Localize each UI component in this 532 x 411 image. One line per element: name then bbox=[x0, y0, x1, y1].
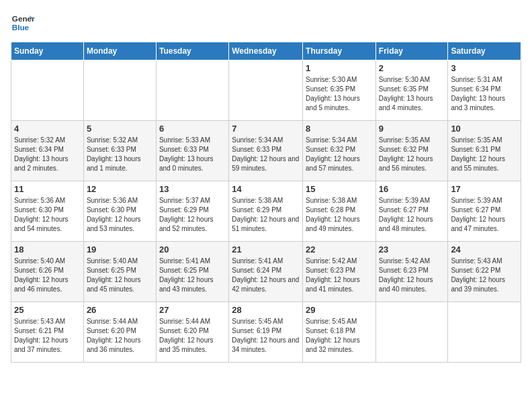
day-number: 14 bbox=[232, 184, 300, 194]
day-number: 7 bbox=[232, 124, 300, 134]
logo-icon: General Blue bbox=[11, 11, 35, 35]
week-row-2: 4Sunrise: 5:32 AM Sunset: 6:34 PM Daylig… bbox=[11, 121, 521, 181]
day-number: 9 bbox=[379, 124, 445, 134]
day-info: Sunrise: 5:33 AM Sunset: 6:33 PM Dayligh… bbox=[159, 136, 226, 173]
day-number: 28 bbox=[232, 305, 300, 315]
day-header-sunday: Sunday bbox=[11, 42, 84, 60]
svg-text:Blue: Blue bbox=[12, 23, 30, 32]
day-number: 13 bbox=[159, 184, 226, 194]
calendar-cell: 4Sunrise: 5:32 AM Sunset: 6:34 PM Daylig… bbox=[11, 121, 84, 181]
day-number: 15 bbox=[306, 184, 373, 194]
day-number: 25 bbox=[14, 305, 81, 315]
day-info: Sunrise: 5:41 AM Sunset: 6:25 PM Dayligh… bbox=[159, 257, 226, 294]
calendar-cell: 6Sunrise: 5:33 AM Sunset: 6:33 PM Daylig… bbox=[156, 121, 228, 181]
calendar-cell: 16Sunrise: 5:39 AM Sunset: 6:27 PM Dayli… bbox=[375, 181, 448, 242]
day-info: Sunrise: 5:32 AM Sunset: 6:33 PM Dayligh… bbox=[87, 136, 153, 173]
day-info: Sunrise: 5:43 AM Sunset: 6:22 PM Dayligh… bbox=[451, 257, 518, 294]
day-number: 4 bbox=[14, 124, 81, 134]
calendar-cell: 15Sunrise: 5:38 AM Sunset: 6:28 PM Dayli… bbox=[303, 181, 376, 242]
day-info: Sunrise: 5:31 AM Sunset: 6:34 PM Dayligh… bbox=[451, 75, 518, 113]
day-info: Sunrise: 5:32 AM Sunset: 6:34 PM Dayligh… bbox=[14, 136, 81, 173]
calendar-cell: 14Sunrise: 5:38 AM Sunset: 6:29 PM Dayli… bbox=[229, 181, 303, 242]
day-number: 1 bbox=[306, 63, 373, 73]
day-info: Sunrise: 5:41 AM Sunset: 6:24 PM Dayligh… bbox=[232, 257, 300, 294]
day-info: Sunrise: 5:39 AM Sunset: 6:27 PM Dayligh… bbox=[451, 196, 518, 234]
calendar-cell: 20Sunrise: 5:41 AM Sunset: 6:25 PM Dayli… bbox=[156, 242, 228, 302]
calendar-cell bbox=[448, 302, 521, 363]
week-row-3: 11Sunrise: 5:36 AM Sunset: 6:30 PM Dayli… bbox=[11, 181, 521, 242]
day-info: Sunrise: 5:40 AM Sunset: 6:26 PM Dayligh… bbox=[14, 257, 81, 294]
calendar-cell: 10Sunrise: 5:35 AM Sunset: 6:31 PM Dayli… bbox=[448, 121, 521, 181]
calendar-cell: 22Sunrise: 5:42 AM Sunset: 6:23 PM Dayli… bbox=[303, 242, 376, 302]
day-number: 26 bbox=[87, 305, 153, 315]
calendar-cell: 24Sunrise: 5:43 AM Sunset: 6:22 PM Dayli… bbox=[448, 242, 521, 302]
svg-text:General: General bbox=[12, 14, 35, 23]
logo: General Blue bbox=[11, 11, 38, 35]
day-header-saturday: Saturday bbox=[448, 42, 521, 60]
week-row-5: 25Sunrise: 5:43 AM Sunset: 6:21 PM Dayli… bbox=[11, 302, 521, 363]
calendar-table: SundayMondayTuesdayWednesdayThursdayFrid… bbox=[11, 42, 521, 363]
day-number: 17 bbox=[451, 184, 518, 194]
calendar-cell: 17Sunrise: 5:39 AM Sunset: 6:27 PM Dayli… bbox=[448, 181, 521, 242]
calendar-cell: 3Sunrise: 5:31 AM Sunset: 6:34 PM Daylig… bbox=[448, 60, 521, 121]
day-number: 11 bbox=[14, 184, 81, 194]
calendar-cell: 1Sunrise: 5:30 AM Sunset: 6:35 PM Daylig… bbox=[303, 60, 376, 121]
day-info: Sunrise: 5:37 AM Sunset: 6:29 PM Dayligh… bbox=[159, 196, 226, 234]
day-header-friday: Friday bbox=[375, 42, 448, 60]
day-info: Sunrise: 5:43 AM Sunset: 6:21 PM Dayligh… bbox=[14, 317, 81, 355]
day-header-wednesday: Wednesday bbox=[229, 42, 303, 60]
calendar-cell bbox=[229, 60, 303, 121]
day-info: Sunrise: 5:40 AM Sunset: 6:25 PM Dayligh… bbox=[87, 257, 153, 294]
day-info: Sunrise: 5:30 AM Sunset: 6:35 PM Dayligh… bbox=[306, 75, 373, 113]
day-info: Sunrise: 5:39 AM Sunset: 6:27 PM Dayligh… bbox=[379, 196, 445, 234]
calendar-cell: 2Sunrise: 5:30 AM Sunset: 6:35 PM Daylig… bbox=[375, 60, 448, 121]
day-number: 29 bbox=[306, 305, 373, 315]
calendar-cell: 13Sunrise: 5:37 AM Sunset: 6:29 PM Dayli… bbox=[156, 181, 228, 242]
day-number: 22 bbox=[306, 244, 373, 255]
day-info: Sunrise: 5:42 AM Sunset: 6:23 PM Dayligh… bbox=[379, 257, 445, 294]
calendar-cell: 21Sunrise: 5:41 AM Sunset: 6:24 PM Dayli… bbox=[229, 242, 303, 302]
header-row: SundayMondayTuesdayWednesdayThursdayFrid… bbox=[11, 42, 521, 60]
day-header-tuesday: Tuesday bbox=[156, 42, 228, 60]
day-info: Sunrise: 5:45 AM Sunset: 6:18 PM Dayligh… bbox=[306, 317, 373, 355]
calendar-cell: 5Sunrise: 5:32 AM Sunset: 6:33 PM Daylig… bbox=[83, 121, 156, 181]
calendar-cell bbox=[375, 302, 448, 363]
day-number: 6 bbox=[159, 124, 226, 134]
day-header-monday: Monday bbox=[83, 42, 156, 60]
calendar-cell: 23Sunrise: 5:42 AM Sunset: 6:23 PM Dayli… bbox=[375, 242, 448, 302]
calendar-cell: 28Sunrise: 5:45 AM Sunset: 6:19 PM Dayli… bbox=[229, 302, 303, 363]
calendar-cell: 18Sunrise: 5:40 AM Sunset: 6:26 PM Dayli… bbox=[11, 242, 84, 302]
day-info: Sunrise: 5:44 AM Sunset: 6:20 PM Dayligh… bbox=[87, 317, 153, 355]
day-info: Sunrise: 5:36 AM Sunset: 6:30 PM Dayligh… bbox=[87, 196, 153, 234]
day-number: 12 bbox=[87, 184, 153, 194]
day-number: 5 bbox=[87, 124, 153, 134]
day-number: 23 bbox=[379, 244, 445, 255]
calendar-cell: 27Sunrise: 5:44 AM Sunset: 6:20 PM Dayli… bbox=[156, 302, 228, 363]
day-number: 19 bbox=[87, 244, 153, 255]
calendar-cell: 12Sunrise: 5:36 AM Sunset: 6:30 PM Dayli… bbox=[83, 181, 156, 242]
calendar-cell: 7Sunrise: 5:34 AM Sunset: 6:33 PM Daylig… bbox=[229, 121, 303, 181]
calendar-cell: 19Sunrise: 5:40 AM Sunset: 6:25 PM Dayli… bbox=[83, 242, 156, 302]
day-number: 18 bbox=[14, 244, 81, 255]
day-number: 21 bbox=[232, 244, 300, 255]
week-row-1: 1Sunrise: 5:30 AM Sunset: 6:35 PM Daylig… bbox=[11, 60, 521, 121]
calendar-cell bbox=[11, 60, 84, 121]
day-info: Sunrise: 5:38 AM Sunset: 6:28 PM Dayligh… bbox=[306, 196, 373, 234]
day-number: 8 bbox=[306, 124, 373, 134]
day-number: 2 bbox=[379, 63, 445, 73]
calendar-cell: 9Sunrise: 5:35 AM Sunset: 6:32 PM Daylig… bbox=[375, 121, 448, 181]
day-info: Sunrise: 5:38 AM Sunset: 6:29 PM Dayligh… bbox=[232, 196, 300, 234]
day-info: Sunrise: 5:34 AM Sunset: 6:33 PM Dayligh… bbox=[232, 136, 300, 173]
calendar-cell bbox=[156, 60, 228, 121]
day-number: 3 bbox=[451, 63, 518, 73]
calendar-cell: 26Sunrise: 5:44 AM Sunset: 6:20 PM Dayli… bbox=[83, 302, 156, 363]
calendar-cell: 11Sunrise: 5:36 AM Sunset: 6:30 PM Dayli… bbox=[11, 181, 84, 242]
day-info: Sunrise: 5:30 AM Sunset: 6:35 PM Dayligh… bbox=[379, 75, 445, 113]
calendar-cell: 25Sunrise: 5:43 AM Sunset: 6:21 PM Dayli… bbox=[11, 302, 84, 363]
day-info: Sunrise: 5:45 AM Sunset: 6:19 PM Dayligh… bbox=[232, 317, 300, 355]
day-info: Sunrise: 5:35 AM Sunset: 6:32 PM Dayligh… bbox=[379, 136, 445, 173]
day-number: 20 bbox=[159, 244, 226, 255]
day-number: 16 bbox=[379, 184, 445, 194]
day-number: 27 bbox=[159, 305, 226, 315]
week-row-4: 18Sunrise: 5:40 AM Sunset: 6:26 PM Dayli… bbox=[11, 242, 521, 302]
